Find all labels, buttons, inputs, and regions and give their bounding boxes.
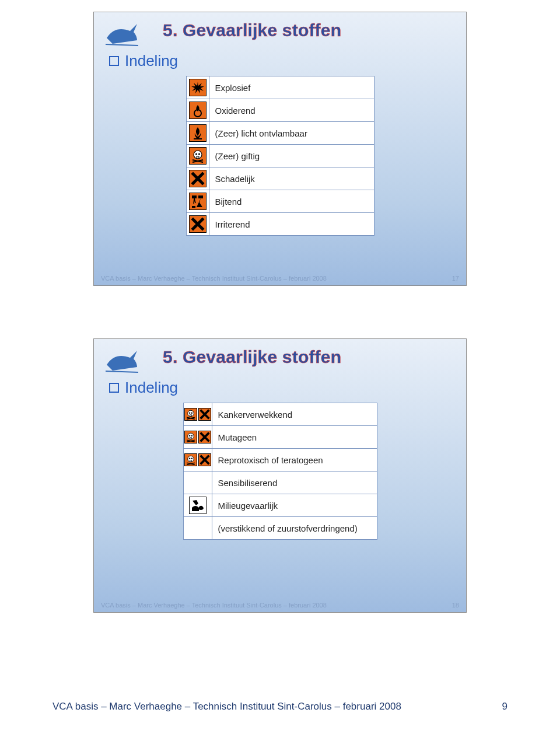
hazard-table: Kankerverwekkend Mutageen	[183, 403, 377, 540]
slide-number: 18	[452, 602, 459, 609]
table-row: (verstikkend of zuurstofverdringend)	[183, 517, 377, 540]
hazard-icon-cell	[186, 122, 209, 145]
slide-header: 5. Gevaarlijke stoffen	[104, 18, 456, 47]
table-row: Milieugevaarlijk	[183, 494, 377, 517]
slide-footer-text: VCA basis – Marc Verhaeghe – Technisch I…	[101, 275, 327, 282]
toxic-icon	[184, 453, 197, 466]
slide-footer-text: VCA basis – Marc Verhaeghe – Technisch I…	[101, 602, 327, 609]
table-row: (Zeer) licht ontvlambaar	[186, 122, 374, 145]
table-row: Schadelijk	[186, 167, 374, 190]
hazard-icon-cell	[183, 471, 212, 494]
hazard-icon-cell	[183, 403, 212, 426]
hazard-label: Mutageen	[212, 426, 377, 449]
table-row: Reprotoxisch of teratogeen	[183, 449, 377, 471]
toxic-icon	[184, 408, 197, 421]
table-row: Sensibiliserend	[183, 471, 377, 494]
slide-18: 5. Gevaarlijke stoffen Indeling Kankerve…	[93, 338, 467, 613]
environment-icon	[189, 497, 206, 514]
explosive-icon	[189, 79, 206, 96]
harmful-icon	[189, 170, 206, 187]
slide-title: 5. Gevaarlijke stoffen	[163, 347, 341, 367]
slide-number: 17	[452, 275, 459, 282]
table-row: Mutageen	[183, 426, 377, 449]
toxic-icon	[189, 147, 206, 165]
hazard-label: (Zeer) giftig	[209, 145, 374, 167]
section-heading: Indeling	[109, 379, 456, 397]
oxidizing-icon	[189, 102, 206, 119]
slide-footer: VCA basis – Marc Verhaeghe – Technisch I…	[101, 275, 459, 282]
hazard-label: Irriterend	[209, 213, 374, 236]
section-label: Indeling	[125, 379, 178, 397]
hazard-label: Reprotoxisch of teratogeen	[212, 449, 377, 471]
page-footer-text: VCA basis – Marc Verhaeghe – Technisch I…	[52, 701, 401, 712]
hazard-icon-cell	[186, 76, 209, 99]
section-label: Indeling	[125, 52, 178, 70]
hazard-table: Explosief Oxiderend (Zeer) licht ontvlam…	[186, 76, 374, 236]
slide-footer: VCA basis – Marc Verhaeghe – Technisch I…	[101, 602, 459, 609]
hazard-label: (Zeer) licht ontvlambaar	[209, 122, 374, 145]
bird-icon	[104, 20, 139, 47]
bullet-square-icon	[109, 56, 119, 66]
hazard-icon-cell	[186, 167, 209, 190]
table-row: Irriterend	[186, 213, 374, 236]
bullet-square-icon	[109, 383, 119, 393]
table-row: Bijtend	[186, 190, 374, 213]
hazard-icon-cell	[186, 190, 209, 213]
hazard-icon-cell	[186, 145, 209, 167]
hazard-label: (verstikkend of zuurstofverdringend)	[212, 517, 377, 540]
section-heading: Indeling	[109, 52, 456, 70]
corrosive-icon	[189, 193, 206, 210]
hazard-label: Milieugevaarlijk	[212, 494, 377, 517]
irritant-icon	[189, 215, 206, 233]
table-row: Oxiderend	[186, 99, 374, 122]
hazard-label: Sensibiliserend	[212, 471, 377, 494]
hazard-label: Oxiderend	[209, 99, 374, 122]
hazard-label: Schadelijk	[209, 167, 374, 190]
hazard-icon-cell	[183, 449, 212, 471]
slide-17: 5. Gevaarlijke stoffen Indeling Explosie…	[93, 12, 467, 286]
hazard-label: Bijtend	[209, 190, 374, 213]
page: 5. Gevaarlijke stoffen Indeling Explosie…	[0, 0, 560, 730]
page-number: 9	[502, 701, 508, 712]
hazard-icon-cell	[186, 213, 209, 236]
table-row: Explosief	[186, 76, 374, 99]
hazard-label: Explosief	[209, 76, 374, 99]
hazard-label: Kankerverwekkend	[212, 403, 377, 426]
slide-title: 5. Gevaarlijke stoffen	[163, 20, 341, 40]
flammable-icon	[189, 124, 206, 142]
toxic-icon	[184, 431, 197, 443]
bird-icon	[104, 347, 139, 374]
hazard-icon-cell	[183, 426, 212, 449]
harmful-icon	[198, 408, 211, 421]
table-row: Kankerverwekkend	[183, 403, 377, 426]
hazard-icon-cell	[186, 99, 209, 122]
harmful-icon	[198, 431, 211, 443]
table-row: (Zeer) giftig	[186, 145, 374, 167]
hazard-icon-cell	[183, 494, 212, 517]
page-footer: VCA basis – Marc Verhaeghe – Technisch I…	[52, 701, 508, 712]
slide-header: 5. Gevaarlijke stoffen	[104, 345, 456, 374]
harmful-icon	[198, 453, 211, 466]
hazard-icon-cell	[183, 517, 212, 540]
